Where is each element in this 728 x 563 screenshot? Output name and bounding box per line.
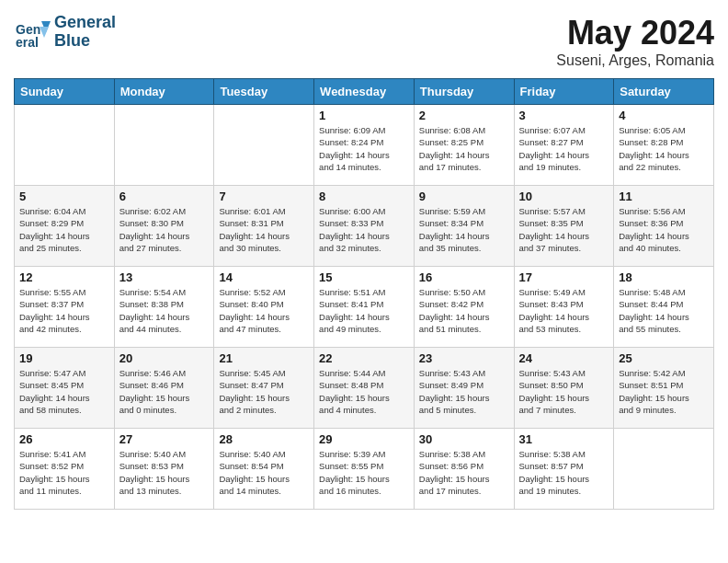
calendar-cell: 11Sunrise: 5:56 AM Sunset: 8:36 PM Dayli… xyxy=(614,186,714,267)
day-number: 8 xyxy=(319,190,409,203)
svg-marker-3 xyxy=(40,27,49,38)
day-info: Sunrise: 5:57 AM Sunset: 8:35 PM Dayligh… xyxy=(519,205,609,254)
weekday-header: Wednesday xyxy=(314,79,415,105)
day-number: 27 xyxy=(119,432,210,446)
calendar-week-row: 1Sunrise: 6:09 AM Sunset: 8:24 PM Daylig… xyxy=(15,105,714,186)
weekday-header: Monday xyxy=(114,79,214,105)
day-info: Sunrise: 5:50 AM Sunset: 8:42 PM Dayligh… xyxy=(419,286,509,335)
title-section: May 2024 Suseni, Arges, Romania xyxy=(556,14,714,69)
day-number: 5 xyxy=(19,190,109,203)
day-number: 17 xyxy=(519,270,609,284)
calendar-cell: 12Sunrise: 5:55 AM Sunset: 8:37 PM Dayli… xyxy=(15,267,115,348)
day-number: 10 xyxy=(519,190,609,203)
day-info: Sunrise: 5:54 AM Sunset: 8:38 PM Dayligh… xyxy=(119,286,210,335)
weekday-header: Friday xyxy=(514,79,614,105)
day-info: Sunrise: 5:56 AM Sunset: 8:36 PM Dayligh… xyxy=(619,205,709,254)
calendar-cell: 23Sunrise: 5:43 AM Sunset: 8:49 PM Dayli… xyxy=(414,348,514,429)
calendar-cell: 8Sunrise: 6:00 AM Sunset: 8:33 PM Daylig… xyxy=(314,186,415,267)
day-info: Sunrise: 5:45 AM Sunset: 8:47 PM Dayligh… xyxy=(219,367,309,416)
day-info: Sunrise: 5:49 AM Sunset: 8:43 PM Dayligh… xyxy=(519,286,609,335)
page-header: Gen eral General Blue May 2024 Suseni, A… xyxy=(14,14,714,69)
day-number: 16 xyxy=(419,270,509,284)
day-number: 9 xyxy=(419,190,509,203)
day-number: 23 xyxy=(419,351,509,365)
calendar-cell xyxy=(214,105,314,186)
calendar-cell: 29Sunrise: 5:39 AM Sunset: 8:55 PM Dayli… xyxy=(314,429,415,510)
day-info: Sunrise: 5:47 AM Sunset: 8:45 PM Dayligh… xyxy=(19,367,109,416)
calendar-cell: 24Sunrise: 5:43 AM Sunset: 8:50 PM Dayli… xyxy=(514,348,614,429)
day-number: 14 xyxy=(219,270,309,284)
calendar-cell: 30Sunrise: 5:38 AM Sunset: 8:56 PM Dayli… xyxy=(414,429,514,510)
calendar-cell xyxy=(614,429,714,510)
svg-text:eral: eral xyxy=(16,35,39,50)
day-number: 28 xyxy=(219,432,309,446)
day-info: Sunrise: 5:43 AM Sunset: 8:49 PM Dayligh… xyxy=(419,367,509,416)
weekday-header: Sunday xyxy=(15,79,115,105)
calendar-header: SundayMondayTuesdayWednesdayThursdayFrid… xyxy=(15,79,714,105)
calendar-cell: 9Sunrise: 5:59 AM Sunset: 8:34 PM Daylig… xyxy=(414,186,514,267)
day-info: Sunrise: 5:55 AM Sunset: 8:37 PM Dayligh… xyxy=(19,286,109,335)
day-number: 11 xyxy=(619,190,709,203)
calendar-week-row: 12Sunrise: 5:55 AM Sunset: 8:37 PM Dayli… xyxy=(15,267,714,348)
day-number: 6 xyxy=(119,190,210,203)
calendar-week-row: 19Sunrise: 5:47 AM Sunset: 8:45 PM Dayli… xyxy=(15,348,714,429)
day-info: Sunrise: 5:51 AM Sunset: 8:41 PM Dayligh… xyxy=(319,286,409,335)
day-number: 25 xyxy=(619,351,709,365)
calendar-cell: 6Sunrise: 6:02 AM Sunset: 8:30 PM Daylig… xyxy=(114,186,214,267)
calendar-week-row: 26Sunrise: 5:41 AM Sunset: 8:52 PM Dayli… xyxy=(15,429,714,510)
day-info: Sunrise: 5:44 AM Sunset: 8:48 PM Dayligh… xyxy=(319,367,409,416)
day-info: Sunrise: 5:46 AM Sunset: 8:46 PM Dayligh… xyxy=(119,367,210,416)
day-number: 22 xyxy=(319,351,409,365)
day-number: 12 xyxy=(19,270,109,284)
day-info: Sunrise: 5:52 AM Sunset: 8:40 PM Dayligh… xyxy=(219,286,309,335)
day-info: Sunrise: 5:48 AM Sunset: 8:44 PM Dayligh… xyxy=(619,286,709,335)
calendar-cell: 28Sunrise: 5:40 AM Sunset: 8:54 PM Dayli… xyxy=(214,429,314,510)
calendar-cell: 22Sunrise: 5:44 AM Sunset: 8:48 PM Dayli… xyxy=(314,348,415,429)
calendar-cell: 7Sunrise: 6:01 AM Sunset: 8:31 PM Daylig… xyxy=(214,186,314,267)
logo-line1: General xyxy=(54,14,116,32)
day-info: Sunrise: 5:40 AM Sunset: 8:53 PM Dayligh… xyxy=(119,448,210,497)
day-number: 3 xyxy=(519,109,609,122)
month-year: May 2024 xyxy=(556,14,714,52)
calendar-cell: 26Sunrise: 5:41 AM Sunset: 8:52 PM Dayli… xyxy=(15,429,115,510)
calendar-body: 1Sunrise: 6:09 AM Sunset: 8:24 PM Daylig… xyxy=(15,105,714,510)
calendar-cell: 1Sunrise: 6:09 AM Sunset: 8:24 PM Daylig… xyxy=(314,105,415,186)
calendar-cell: 17Sunrise: 5:49 AM Sunset: 8:43 PM Dayli… xyxy=(514,267,614,348)
calendar-cell: 13Sunrise: 5:54 AM Sunset: 8:38 PM Dayli… xyxy=(114,267,214,348)
day-info: Sunrise: 6:05 AM Sunset: 8:28 PM Dayligh… xyxy=(619,124,709,173)
day-info: Sunrise: 5:42 AM Sunset: 8:51 PM Dayligh… xyxy=(619,367,709,416)
day-info: Sunrise: 6:07 AM Sunset: 8:27 PM Dayligh… xyxy=(519,124,609,173)
header-row: SundayMondayTuesdayWednesdayThursdayFrid… xyxy=(15,79,714,105)
day-info: Sunrise: 6:01 AM Sunset: 8:31 PM Dayligh… xyxy=(219,205,309,254)
day-number: 4 xyxy=(619,109,709,122)
day-number: 7 xyxy=(219,190,309,203)
calendar-cell xyxy=(114,105,214,186)
day-number: 19 xyxy=(19,351,109,365)
day-info: Sunrise: 5:43 AM Sunset: 8:50 PM Dayligh… xyxy=(519,367,609,416)
day-number: 24 xyxy=(519,351,609,365)
calendar-cell: 21Sunrise: 5:45 AM Sunset: 8:47 PM Dayli… xyxy=(214,348,314,429)
location: Suseni, Arges, Romania xyxy=(556,52,714,69)
day-number: 30 xyxy=(419,432,509,446)
logo-text: General Blue xyxy=(54,14,116,51)
day-info: Sunrise: 5:38 AM Sunset: 8:57 PM Dayligh… xyxy=(519,448,609,497)
logo-line2: Blue xyxy=(54,32,116,51)
day-info: Sunrise: 6:04 AM Sunset: 8:29 PM Dayligh… xyxy=(19,205,109,254)
calendar-week-row: 5Sunrise: 6:04 AM Sunset: 8:29 PM Daylig… xyxy=(15,186,714,267)
calendar-cell: 20Sunrise: 5:46 AM Sunset: 8:46 PM Dayli… xyxy=(114,348,214,429)
day-info: Sunrise: 6:08 AM Sunset: 8:25 PM Dayligh… xyxy=(419,124,509,173)
logo: Gen eral General Blue xyxy=(14,14,116,51)
day-number: 13 xyxy=(119,270,210,284)
day-info: Sunrise: 6:00 AM Sunset: 8:33 PM Dayligh… xyxy=(319,205,409,254)
calendar-cell: 27Sunrise: 5:40 AM Sunset: 8:53 PM Dayli… xyxy=(114,429,214,510)
day-number: 21 xyxy=(219,351,309,365)
day-info: Sunrise: 5:41 AM Sunset: 8:52 PM Dayligh… xyxy=(19,448,109,497)
calendar-cell: 5Sunrise: 6:04 AM Sunset: 8:29 PM Daylig… xyxy=(15,186,115,267)
day-number: 26 xyxy=(19,432,109,446)
day-info: Sunrise: 5:40 AM Sunset: 8:54 PM Dayligh… xyxy=(219,448,309,497)
calendar-cell: 4Sunrise: 6:05 AM Sunset: 8:28 PM Daylig… xyxy=(614,105,714,186)
calendar-cell: 19Sunrise: 5:47 AM Sunset: 8:45 PM Dayli… xyxy=(15,348,115,429)
calendar-cell: 2Sunrise: 6:08 AM Sunset: 8:25 PM Daylig… xyxy=(414,105,514,186)
calendar-cell: 25Sunrise: 5:42 AM Sunset: 8:51 PM Dayli… xyxy=(614,348,714,429)
day-number: 18 xyxy=(619,270,709,284)
